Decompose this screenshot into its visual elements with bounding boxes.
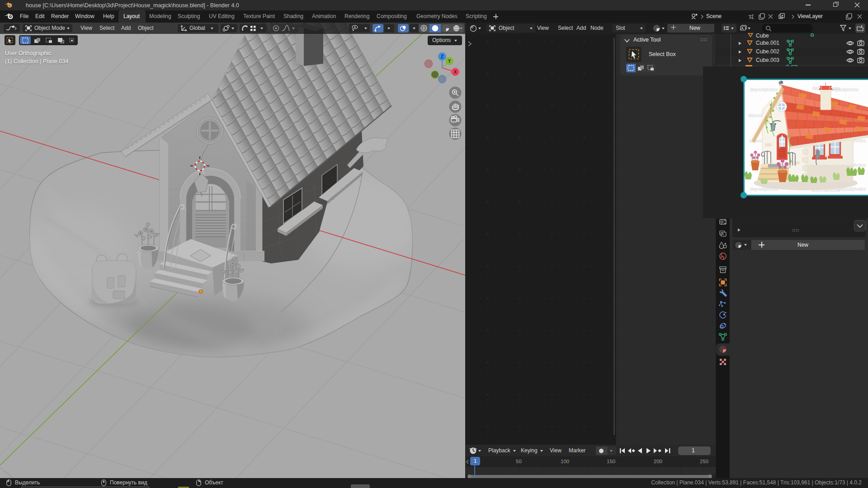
svg-text:Y: Y [448,59,451,64]
svg-text:X: X [454,70,457,75]
svg-text:depositphotos: depositphotos [830,87,859,92]
svg-text:Z: Z [441,54,443,59]
svg-text:depositphotos: depositphotos [750,87,778,92]
